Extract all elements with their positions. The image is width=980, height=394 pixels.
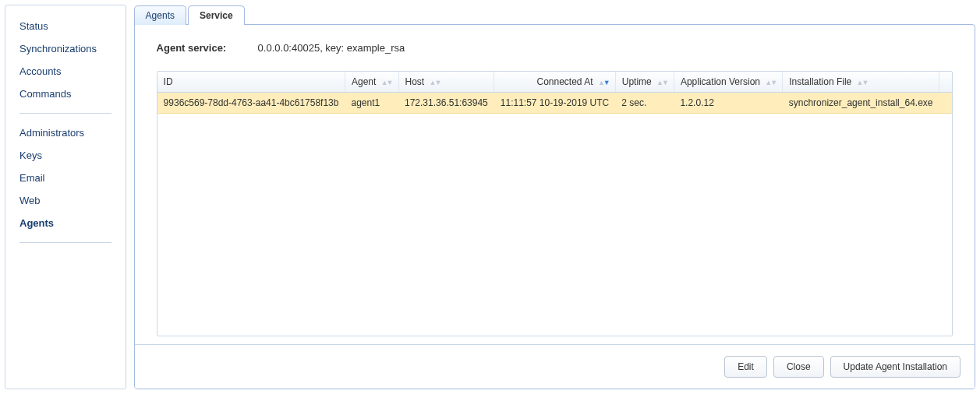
agent-service-label: Agent service: bbox=[157, 42, 258, 54]
col-install-file-label: Installation File bbox=[789, 76, 851, 87]
sort-icon: ▲▼ bbox=[381, 79, 392, 86]
cell-id: 9936c569-78dd-4763-aa41-4bc61758f13b bbox=[157, 93, 345, 114]
cell-install-file: synchronizer_agent_install_64.exe bbox=[783, 93, 939, 114]
col-app-version-label: Application Version bbox=[681, 76, 760, 87]
app-layout: Status Synchronizations Accounts Command… bbox=[0, 0, 980, 394]
col-uptime-label: Uptime bbox=[622, 76, 652, 87]
sidebar-group-1: Status Synchronizations Accounts Command… bbox=[5, 12, 126, 108]
panel-body: Agent service: 0.0.0.0:40025, key: examp… bbox=[135, 25, 975, 344]
sort-icon: ▲▼ bbox=[656, 79, 667, 86]
sidebar-item-status[interactable]: Status bbox=[5, 15, 126, 37]
sidebar-item-agents[interactable]: Agents bbox=[5, 212, 126, 234]
tab-bar: Agents Service bbox=[134, 5, 975, 25]
sidebar-item-keys[interactable]: Keys bbox=[5, 144, 126, 167]
agent-service-line: Agent service: 0.0.0.0:40025, key: examp… bbox=[157, 42, 953, 54]
sidebar-group-2: Administrators Keys Email Web Agents bbox=[5, 118, 126, 237]
agents-table: ID Agent ▲▼ Host ▲▼ bbox=[157, 72, 952, 114]
col-install-file[interactable]: Installation File ▲▼ bbox=[783, 72, 939, 93]
col-uptime[interactable]: Uptime ▲▼ bbox=[615, 72, 674, 93]
sidebar-item-web[interactable]: Web bbox=[5, 189, 126, 212]
col-id[interactable]: ID bbox=[157, 72, 345, 93]
sidebar-item-synchronizations[interactable]: Synchronizations bbox=[5, 37, 126, 60]
tab-service[interactable]: Service bbox=[188, 5, 245, 25]
sidebar-divider-2 bbox=[19, 242, 111, 243]
col-agent[interactable]: Agent ▲▼ bbox=[345, 72, 398, 93]
update-agent-installation-button[interactable]: Update Agent Installation bbox=[830, 356, 961, 378]
sort-icon: ▲▼ bbox=[857, 79, 868, 86]
sort-icon-active: ▲▼ bbox=[598, 79, 609, 86]
cell-connected-at: 11:11:57 10-19-2019 UTC bbox=[494, 93, 615, 114]
cell-uptime: 2 sec. bbox=[615, 93, 674, 114]
sidebar-item-accounts[interactable]: Accounts bbox=[5, 60, 126, 83]
col-id-label: ID bbox=[164, 76, 173, 87]
cell-app-version: 1.2.0.12 bbox=[674, 93, 782, 114]
tab-agents[interactable]: Agents bbox=[134, 5, 186, 25]
agent-service-value: 0.0.0.0:40025, key: example_rsa bbox=[258, 42, 405, 54]
col-app-version[interactable]: Application Version ▲▼ bbox=[674, 72, 782, 93]
table-row[interactable]: 9936c569-78dd-4763-aa41-4bc61758f13b age… bbox=[157, 93, 952, 114]
panel-footer: Edit Close Update Agent Installation bbox=[135, 344, 975, 389]
agents-table-container: ID Agent ▲▼ Host ▲▼ bbox=[157, 71, 953, 336]
col-host-label: Host bbox=[405, 76, 425, 87]
cell-spacer bbox=[939, 93, 953, 114]
sort-icon: ▲▼ bbox=[765, 79, 776, 86]
main-area: Agents Service Agent service: 0.0.0.0:40… bbox=[134, 5, 975, 389]
sidebar-divider bbox=[19, 113, 111, 114]
col-agent-label: Agent bbox=[352, 76, 376, 87]
sidebar-item-commands[interactable]: Commands bbox=[5, 83, 126, 105]
table-header-row: ID Agent ▲▼ Host ▲▼ bbox=[157, 72, 952, 93]
close-button[interactable]: Close bbox=[773, 356, 824, 378]
col-connected-at[interactable]: Connected At ▲▼ bbox=[494, 72, 615, 93]
edit-button[interactable]: Edit bbox=[724, 356, 767, 378]
sidebar-item-administrators[interactable]: Administrators bbox=[5, 121, 126, 144]
sort-icon: ▲▼ bbox=[430, 79, 440, 86]
sidebar-item-email[interactable]: Email bbox=[5, 167, 126, 189]
cell-host: 172.31.36.51:63945 bbox=[398, 93, 494, 114]
sidebar: Status Synchronizations Accounts Command… bbox=[5, 5, 126, 389]
col-connected-at-label: Connected At bbox=[536, 76, 593, 87]
cell-agent: agent1 bbox=[345, 93, 398, 114]
service-panel: Agent service: 0.0.0.0:40025, key: examp… bbox=[134, 24, 975, 389]
col-scroll-spacer bbox=[939, 72, 953, 93]
col-host[interactable]: Host ▲▼ bbox=[398, 72, 494, 93]
